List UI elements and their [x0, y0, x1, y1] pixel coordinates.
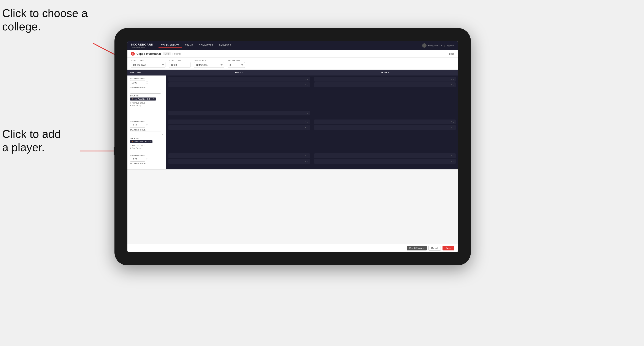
save-button[interactable]: Save	[442, 246, 454, 250]
player-edit-btn[interactable]: ⌄	[453, 155, 454, 157]
player-edit-btn[interactable]: ⌄	[307, 112, 308, 114]
player-edit-btn[interactable]: ⌄	[307, 121, 308, 123]
player-row[interactable]: × ⌄	[314, 82, 456, 87]
intervals-select[interactable]: 10 Minutes	[194, 62, 224, 68]
nav-link-tournaments[interactable]: TOURNAMENTS	[158, 43, 182, 48]
player-x-btn[interactable]: ×	[305, 112, 306, 114]
player-edit-btn[interactable]: ⌄	[453, 121, 454, 123]
player-x-btn[interactable]: ×	[305, 121, 306, 123]
course-tag-remove-2[interactable]: ×	[148, 141, 148, 143]
hole-info-icon-1[interactable]: ⌄	[162, 90, 164, 93]
event-title: C Clippd Invitational (Men) Hosting	[131, 52, 180, 56]
course-tag-2[interactable]: 🏌 East Lake GC × ✎	[130, 140, 152, 143]
table-row: STARTING TIME: ⓘ STARTING HOLE: × ⌄	[128, 152, 458, 170]
player-row[interactable]: × ⌄	[314, 77, 456, 82]
player-edit-btn[interactable]: ⌄	[453, 126, 454, 129]
hole-info-icon-2[interactable]: ⌄	[162, 133, 164, 135]
intervals-label: Intervals	[194, 59, 224, 61]
start-type-select[interactable]: 1st Tee Start	[131, 62, 166, 68]
annotation-top: Click to choose a college.	[2, 6, 88, 33]
avatar	[422, 43, 426, 48]
starting-time-label-3: STARTING TIME:	[130, 154, 164, 156]
player-x-btn[interactable]: ×	[451, 121, 452, 123]
player-row[interactable]: × ⌄	[168, 153, 310, 158]
starting-hole-label-1: STARTING HOLE:	[130, 86, 164, 88]
player-edit-btn[interactable]: ⌄	[453, 78, 454, 80]
player-edit-btn[interactable]: ⌄	[307, 78, 308, 80]
sign-out-link[interactable]: Sign out	[446, 44, 454, 47]
player-x-btn[interactable]: ×	[451, 126, 452, 129]
starting-hole-input-1[interactable]	[130, 89, 161, 94]
starting-time-input-2[interactable]	[130, 123, 145, 128]
course-tag-remove-1[interactable]: ×	[151, 98, 152, 100]
player-row[interactable]: × ⌄	[168, 111, 310, 115]
player-row[interactable]: × ⌄	[168, 77, 310, 82]
sub-header: C Clippd Invitational (Men) Hosting ‹ Ba…	[128, 50, 458, 58]
nav-bar: SCOREBOARD Powered by clippd TOURNAMENTS…	[128, 41, 458, 50]
start-time-group: Start Time	[169, 59, 190, 68]
team1-cell-1: × ⌄ × ⌄	[166, 75, 312, 109]
table-header: Tee Time Team 1 Team 2	[128, 70, 458, 75]
player-x-btn[interactable]: ×	[305, 84, 306, 86]
player-row[interactable]: × ⌄	[168, 159, 310, 164]
course-tag-1[interactable]: 🏌 (A) Peachtree GC × ✎	[130, 98, 156, 101]
event-name: Clippd Invitational	[136, 52, 161, 55]
info-icon-1[interactable]: ⓘ	[146, 81, 148, 84]
start-time-input[interactable]	[169, 62, 190, 68]
cancel-button[interactable]: Cancel	[428, 246, 441, 251]
group-left-2: STARTING TIME: ⓘ STARTING HOLE: ⌄ COURSE…	[128, 118, 166, 152]
player-edit-btn[interactable]: ⌄	[307, 160, 308, 163]
player-edit-btn[interactable]: ⌄	[453, 160, 454, 163]
player-x-btn[interactable]: ×	[305, 126, 306, 129]
add-group-2[interactable]: + Add Group	[130, 147, 164, 149]
player-x-btn[interactable]: ×	[305, 160, 306, 163]
player-x-btn[interactable]: ×	[305, 78, 306, 80]
player-row[interactable]: × ⌄	[314, 125, 456, 130]
starting-time-input-1[interactable]	[130, 80, 145, 85]
add-group-1[interactable]: + Add Group	[130, 104, 164, 107]
action-links-2: ○ Remove Group + Add Group	[130, 145, 164, 149]
back-button[interactable]: ‹ Back	[448, 52, 454, 55]
tablet-screen: SCOREBOARD Powered by clippd TOURNAMENTS…	[128, 41, 458, 252]
table-body: STARTING TIME: ⓘ STARTING HOLE: ⌄ COURSE…	[128, 75, 458, 244]
nav-link-committee[interactable]: COMMITTEE	[196, 43, 216, 48]
event-gender-badge: (Men)	[162, 52, 171, 55]
player-x-btn[interactable]: ×	[451, 160, 452, 163]
starting-hole-label-3: STARTING HOLE:	[130, 163, 164, 165]
player-x-btn[interactable]: ×	[451, 155, 452, 157]
group-size-select[interactable]: 3	[228, 62, 245, 68]
team1-cell-3: × ⌄ × ⌄	[166, 152, 312, 169]
player-x-btn[interactable]: ×	[305, 155, 306, 157]
course-label-1: COURSE:	[130, 95, 164, 97]
player-x-btn[interactable]: ×	[451, 84, 452, 86]
nav-link-rankings[interactable]: RANKINGS	[216, 43, 234, 48]
starting-hole-input-2[interactable]	[130, 132, 161, 136]
player-row[interactable]: × ⌄	[168, 120, 310, 124]
player-edit-btn[interactable]: ⌄	[307, 126, 308, 129]
remove-group-1[interactable]: ○ Remove Group	[130, 102, 164, 104]
intervals-group: Intervals 10 Minutes	[194, 59, 224, 68]
col-team1: Team 1	[166, 70, 312, 75]
team2-cell-1: × ⌄ × ⌄	[312, 75, 458, 109]
player-row[interactable]: × ⌄	[314, 120, 456, 124]
player-x-btn[interactable]: ×	[451, 78, 452, 80]
starting-time-input-3[interactable]	[130, 157, 145, 162]
player-edit-btn[interactable]: ⌄	[307, 155, 308, 157]
player-row[interactable]: × ⌄	[168, 82, 310, 87]
team2-cell-3: × ⌄ × ⌄	[312, 152, 458, 169]
nav-link-teams[interactable]: TEAMS	[182, 43, 196, 48]
course-tag-edit-1[interactable]: ✎	[153, 98, 155, 100]
info-icon-2[interactable]: ⓘ	[146, 124, 148, 127]
course-tag-edit-2[interactable]: ✎	[150, 141, 151, 143]
player-row[interactable]: × ⌄	[314, 159, 456, 164]
player-row[interactable]: × ⌄	[168, 125, 310, 130]
info-icon-3[interactable]: ⓘ	[146, 158, 148, 161]
player-edit-btn[interactable]: ⌄	[307, 84, 308, 86]
player-row[interactable]: × ⌄	[314, 153, 456, 158]
nav-links: TOURNAMENTS TEAMS COMMITTEE RANKINGS	[158, 43, 422, 48]
player-edit-btn[interactable]: ⌄	[453, 84, 454, 86]
group-size-label: Group Size	[228, 59, 245, 61]
group-left-3: STARTING TIME: ⓘ STARTING HOLE:	[128, 152, 166, 169]
reset-changes-button[interactable]: Reset Changes	[407, 246, 427, 250]
remove-group-2[interactable]: ○ Remove Group	[130, 145, 164, 147]
